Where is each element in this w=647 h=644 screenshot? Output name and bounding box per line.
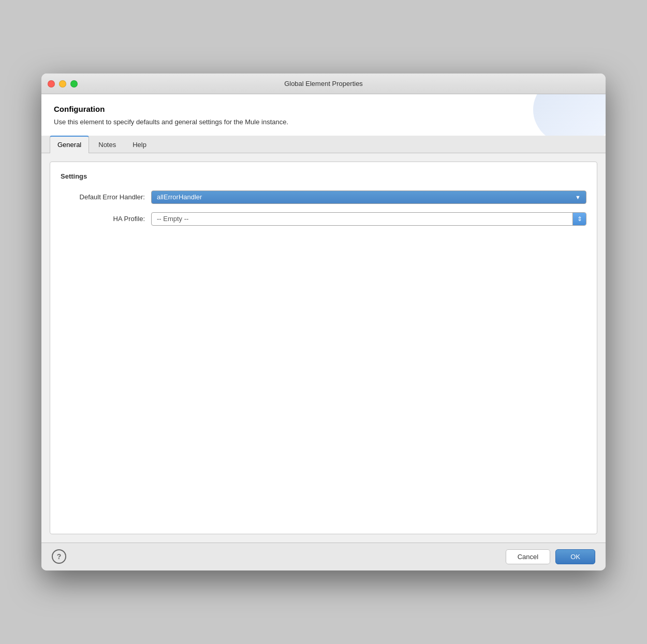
settings-title: Settings xyxy=(61,172,586,180)
minimize-button[interactable] xyxy=(59,80,66,87)
traffic-lights xyxy=(48,80,78,87)
config-title: Configuration xyxy=(54,105,593,113)
header-section: Configuration Use this element to specif… xyxy=(41,94,606,135)
help-button[interactable]: ? xyxy=(52,549,66,564)
maximize-button[interactable] xyxy=(70,80,78,87)
chevron-down-icon: ▼ xyxy=(575,194,581,200)
ha-profile-dropdown[interactable]: -- Empty -- ⇕ xyxy=(151,212,586,226)
main-content: Settings Default Error Handler: allError… xyxy=(41,153,606,543)
settings-panel: Settings Default Error Handler: allError… xyxy=(50,162,597,534)
spinner-icon: ⇕ xyxy=(577,215,582,223)
ha-profile-label: HA Profile: xyxy=(61,215,151,223)
tab-help[interactable]: Help xyxy=(125,137,154,153)
tab-notes[interactable]: Notes xyxy=(91,137,123,153)
dialog-content: Configuration Use this element to specif… xyxy=(41,94,606,570)
ha-profile-spinner-button[interactable]: ⇕ xyxy=(572,213,586,225)
header-decoration xyxy=(533,94,606,135)
cancel-button[interactable]: Cancel xyxy=(506,549,550,564)
ha-profile-control: -- Empty -- ⇕ xyxy=(151,212,586,226)
title-bar: Global Element Properties xyxy=(41,74,606,94)
default-error-handler-dropdown[interactable]: allErrorHandler ▼ xyxy=(151,191,586,204)
default-error-handler-row: Default Error Handler: allErrorHandler ▼ xyxy=(61,191,586,204)
ok-button[interactable]: OK xyxy=(555,549,595,564)
ha-profile-row: HA Profile: -- Empty -- ⇕ xyxy=(61,212,586,226)
default-error-handler-value: allErrorHandler xyxy=(157,193,202,201)
footer-buttons: Cancel OK xyxy=(506,549,595,564)
tabs-section: General Notes Help xyxy=(41,136,606,153)
close-button[interactable] xyxy=(48,80,55,87)
dialog-window: Global Element Properties Configuration … xyxy=(41,74,606,570)
ha-profile-value: -- Empty -- xyxy=(152,213,572,225)
default-error-handler-control: allErrorHandler ▼ xyxy=(151,191,586,204)
config-description: Use this element to specify defaults and… xyxy=(54,118,593,127)
tab-general[interactable]: General xyxy=(50,136,89,153)
footer: ? Cancel OK xyxy=(41,543,606,570)
window-title: Global Element Properties xyxy=(284,80,363,87)
default-error-handler-label: Default Error Handler: xyxy=(61,193,151,201)
